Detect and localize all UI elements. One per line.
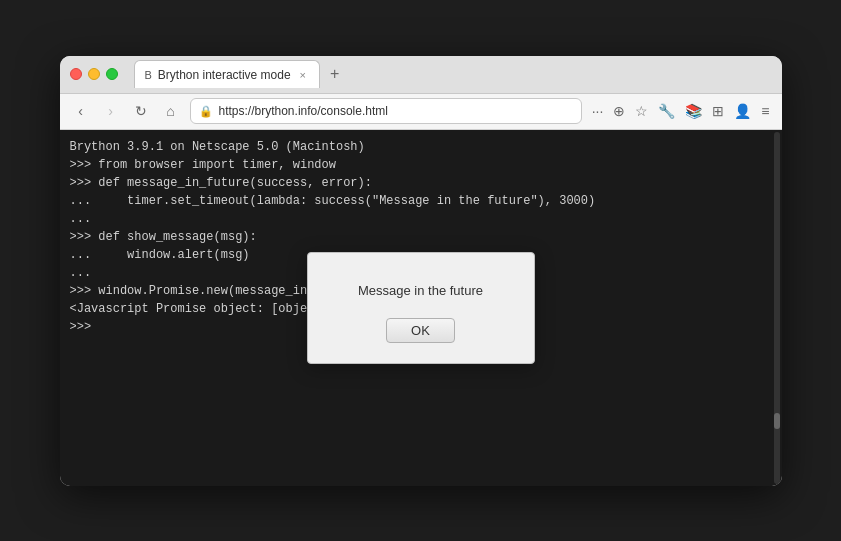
dialog-overlay: Message in the future OK — [60, 130, 782, 486]
scrollbar-thumb[interactable] — [774, 413, 780, 429]
url-display: https://brython.info/console.html — [219, 104, 573, 118]
nav-bar: ‹ › ↻ ⌂ 🔒 https://brython.info/console.h… — [60, 94, 782, 130]
bookmark-icon[interactable]: ☆ — [633, 101, 650, 121]
back-button[interactable]: ‹ — [70, 100, 92, 122]
tab-favicon-icon: B — [145, 69, 152, 81]
close-button[interactable] — [70, 68, 82, 80]
dialog-ok-button[interactable]: OK — [386, 318, 455, 343]
active-tab[interactable]: B Brython interactive mode × — [134, 60, 321, 88]
new-tab-button[interactable]: + — [324, 63, 345, 85]
account-icon[interactable]: 👤 — [732, 101, 753, 121]
library-icon[interactable]: 📚 — [683, 101, 704, 121]
nav-actions: ··· ⊕ ☆ 🔧 📚 ⊞ 👤 ≡ — [590, 101, 772, 121]
address-bar[interactable]: 🔒 https://brython.info/console.html — [190, 98, 582, 124]
title-bar: B Brython interactive mode × + — [60, 56, 782, 94]
dialog-message: Message in the future — [358, 283, 483, 298]
browser-window: B Brython interactive mode × + ‹ › ↻ ⌂ 🔒… — [60, 56, 782, 486]
traffic-lights — [70, 68, 118, 80]
tab-close-button[interactable]: × — [297, 68, 309, 82]
maximize-button[interactable] — [106, 68, 118, 80]
more-options-icon[interactable]: ··· — [590, 101, 606, 121]
menu-icon[interactable]: ≡ — [759, 101, 771, 121]
shield-icon[interactable]: ⊕ — [611, 101, 627, 121]
alert-dialog: Message in the future OK — [307, 252, 535, 364]
console-area: Brython 3.9.1 on Netscape 5.0 (Macintosh… — [60, 130, 782, 486]
minimize-button[interactable] — [88, 68, 100, 80]
scrollbar[interactable] — [774, 132, 780, 484]
reader-icon[interactable]: ⊞ — [710, 101, 726, 121]
forward-button[interactable]: › — [100, 100, 122, 122]
tab-label: Brython interactive mode — [158, 68, 291, 82]
refresh-button[interactable]: ↻ — [130, 100, 152, 122]
tab-bar: B Brython interactive mode × + — [134, 60, 772, 88]
security-icon: 🔒 — [199, 105, 213, 118]
tools-icon[interactable]: 🔧 — [656, 101, 677, 121]
home-button[interactable]: ⌂ — [160, 100, 182, 122]
